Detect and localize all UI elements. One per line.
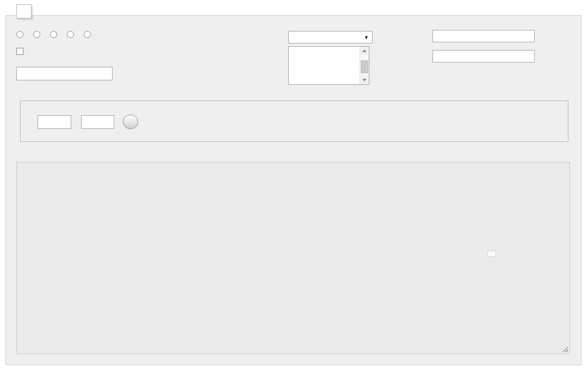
chart-type-radio-group — [16, 31, 94, 38]
stacked-checkbox[interactable] — [16, 48, 27, 55]
scroll-up-icon[interactable] — [360, 47, 369, 55]
y-axis-label-input[interactable] — [432, 50, 535, 62]
resize-handle-icon[interactable] — [562, 346, 568, 352]
chart-title-input[interactable] — [16, 67, 113, 80]
x-axis-select[interactable]: ▼ — [288, 31, 373, 43]
series-listbox — [288, 46, 369, 85]
series-option-replacement-cost[interactable] — [289, 75, 360, 84]
x-axis-label-input[interactable] — [432, 30, 535, 42]
series-option-length[interactable] — [289, 66, 360, 75]
radio-icon — [16, 31, 23, 38]
chart-type-area[interactable] — [84, 31, 94, 38]
rows-controls — [32, 115, 138, 129]
display-chart-page: ▼ — [0, 0, 588, 370]
go-button[interactable] — [123, 115, 138, 129]
listbox-scrollbar[interactable] — [360, 47, 369, 84]
series-option-rental-duration[interactable] — [289, 47, 360, 57]
scrollbar-thumb[interactable] — [361, 60, 368, 73]
chart-legend — [487, 250, 496, 257]
series-options — [289, 47, 360, 84]
radio-icon — [33, 31, 40, 38]
chart-type-spline[interactable] — [67, 31, 77, 38]
rows-panel — [20, 101, 568, 142]
chevron-down-icon: ▼ — [364, 35, 369, 40]
fieldset-legend — [16, 4, 32, 18]
series-option-rental-rate[interactable] — [289, 57, 360, 66]
chart-type-column[interactable] — [33, 31, 43, 38]
start-row-input[interactable] — [38, 115, 71, 129]
chart-panel — [16, 162, 570, 354]
radio-icon — [50, 31, 57, 38]
chart-type-bar[interactable] — [16, 31, 26, 38]
num-rows-input[interactable] — [81, 115, 114, 129]
radio-icon — [67, 31, 74, 38]
scroll-down-icon[interactable] — [360, 76, 369, 84]
checkbox-icon — [16, 48, 23, 55]
radio-icon — [84, 31, 91, 38]
chart-type-line[interactable] — [50, 31, 60, 38]
